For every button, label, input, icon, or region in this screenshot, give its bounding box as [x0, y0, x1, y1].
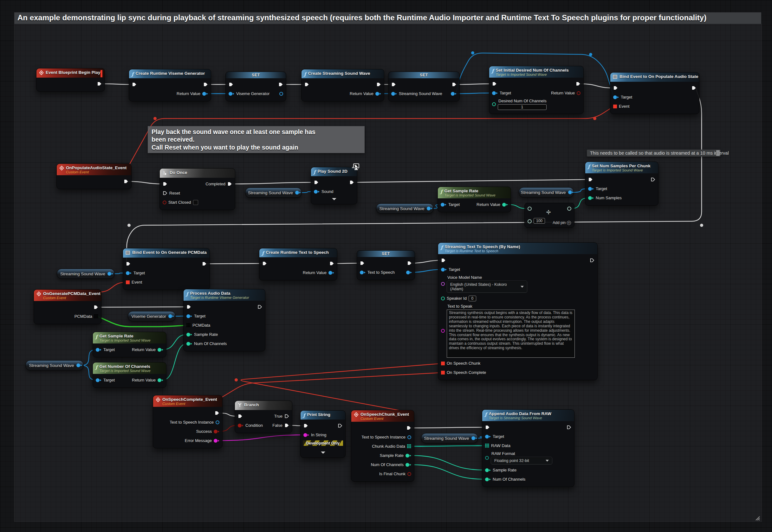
wire-o-19[interactable]	[456, 93, 493, 94]
pin-return-value[interactable]	[158, 378, 163, 382]
pin-text-to-speech[interactable]	[360, 271, 365, 274]
pin-out[interactable]	[168, 314, 174, 318]
expand-chevron-icon[interactable]	[321, 452, 325, 454]
node-header[interactable]: SET	[357, 251, 415, 257]
pin-e0in[interactable]	[304, 82, 309, 87]
pin-return-value[interactable]	[502, 203, 508, 207]
pin-out[interactable]	[295, 191, 301, 195]
node-get-number-of-channels[interactable]: ƒGet Number Of ChannelsTarget is Importe…	[93, 362, 166, 388]
pin-true[interactable]	[284, 414, 289, 419]
variable-pill-viseme-generator[interactable]: Viseme Generator	[128, 311, 176, 321]
pin-tooltip-icon[interactable]	[716, 150, 720, 153]
node-play-sound-2d[interactable]: ƒPlay Sound 2DSound	[311, 167, 357, 204]
pin-num-of-channels[interactable]	[186, 342, 192, 346]
pin-event[interactable]	[126, 280, 130, 284]
value-box[interactable]: 0	[469, 296, 476, 301]
node-streaming-text-to-speech-by-name[interactable]: ƒStreaming Text To Speech (By Name)Targe…	[438, 242, 598, 380]
node-header[interactable]: OnGeneratePCMData_EventCustom Event	[34, 290, 101, 301]
node-header[interactable]: OnPopulateAudioState_EventCustom Event	[57, 164, 131, 175]
blueprint-graph-canvas[interactable]: An example demonstrating lip sync during…	[0, 0, 772, 532]
dropdown[interactable]: English (United States) - Kokoro (Adam)	[447, 281, 527, 293]
node-header[interactable]: ƒGet Number Of ChannelsTarget is Importe…	[93, 362, 166, 374]
node-print-string[interactable]: ƒPrint StringIn StringDevelopment Only	[300, 410, 345, 458]
pin-on-speech-chunk[interactable]	[441, 362, 445, 365]
variable-pill-streaming-sound-wave[interactable]: Streaming Sound Wave	[57, 269, 115, 279]
pin-sample-rate[interactable]	[406, 454, 411, 458]
node-create-streaming-sound-wave[interactable]: ƒCreate Streaming Sound WaveReturn Value	[301, 69, 384, 101]
pin-return-value[interactable]	[577, 91, 581, 95]
pin-e0in[interactable]	[360, 261, 364, 266]
pin-e0in[interactable]	[303, 423, 308, 428]
node-header[interactable]: ƒPrint String	[300, 411, 345, 420]
node-bind-event-to-on-populate-audio-state[interactable]: Bind Event to On Populate Audio StateTar…	[610, 72, 699, 114]
node-branch[interactable]: BranchTrueConditionFalse	[235, 401, 292, 433]
variable-pill-streaming-sound-wave[interactable]: Streaming Sound Wave	[25, 360, 84, 370]
value-box[interactable]: 1	[498, 104, 547, 110]
node-set-initial-desired-num-of-channels[interactable]: ƒSet Initial Desired Num Of ChannelsTarg…	[489, 66, 584, 114]
pin-e0out[interactable]	[407, 426, 411, 430]
node-header[interactable]: ƒStreaming Text To Speech (By Name)Targe…	[438, 243, 597, 254]
pin-e0out[interactable]	[349, 180, 354, 185]
pin-target[interactable]	[186, 314, 192, 318]
pin-e0in[interactable]	[228, 82, 233, 87]
pin-text-to-speech-instance[interactable]	[215, 420, 219, 424]
node-bind-event-to-on-generate-pcmdata[interactable]: Bind Event to On Generate PCMDataTargetE…	[123, 248, 210, 290]
pin-txt[interactable]	[441, 329, 445, 333]
pin-vout[interactable]	[406, 271, 412, 274]
node-header[interactable]: Bind Event to On Populate Audio State	[610, 73, 699, 82]
wire-at-36[interactable]	[411, 446, 486, 446]
reroute-dot[interactable]	[127, 224, 131, 227]
pin-vout[interactable]	[451, 92, 457, 96]
pin-e0out[interactable]	[376, 82, 381, 87]
node-process-audio-data[interactable]: ƒProcess Audio DataTarget is Runtime Vis…	[183, 289, 265, 351]
wire-x-13[interactable]	[98, 307, 187, 307]
reroute-dot[interactable]	[471, 51, 474, 54]
pin-out[interactable]	[568, 190, 574, 194]
node-header[interactable]: ƒGet Sample RateTarget is Imported Sound…	[93, 332, 166, 343]
pin-streaming-sound-wave[interactable]	[391, 92, 397, 96]
wire-i-34[interactable]	[411, 456, 486, 470]
node-header[interactable]: ƒAppend Audio Data From RAWTarget is Str…	[482, 410, 574, 421]
wire-s-43[interactable]	[219, 435, 304, 441]
node-header[interactable]: OnSpeechChunk_EventCustom Event	[351, 410, 414, 422]
pin-viseme-generator[interactable]	[228, 92, 234, 96]
pin-e0in[interactable]	[262, 261, 267, 266]
pin-target[interactable]	[441, 203, 447, 207]
pin-fmt[interactable]	[485, 456, 489, 460]
pin-raw-data[interactable]	[485, 444, 489, 448]
pin-e0out[interactable]	[651, 177, 655, 182]
pin-sound[interactable]	[314, 190, 319, 194]
node-create-runtime-viseme-generator[interactable]: ƒCreate Runtime Viseme GeneratorReturn V…	[129, 69, 211, 101]
pin-e0out[interactable]	[202, 261, 207, 266]
node-header[interactable]: ƒCreate Streaming Sound Wave	[301, 69, 384, 78]
pin-result[interactable]	[567, 207, 571, 211]
pin-out[interactable]	[427, 207, 433, 210]
reroute-dot[interactable]	[593, 117, 596, 120]
pin-false[interactable]	[284, 423, 289, 428]
variable-pill-streaming-sound-wave[interactable]: Streaming Sound Wave	[519, 187, 574, 197]
node-header[interactable]: Branch	[235, 401, 292, 410]
pin-e0out[interactable]	[407, 261, 412, 266]
pin-completed[interactable]	[227, 182, 232, 186]
wire-o-26[interactable]	[411, 270, 442, 272]
node-set[interactable]: SETText to Speech	[357, 250, 415, 280]
pin-text-to-speech-instance[interactable]	[408, 435, 411, 439]
pin-return-value[interactable]	[202, 92, 208, 96]
pin-pcmdata[interactable]	[186, 323, 190, 327]
text-area[interactable]: Streaming synthesis output begins with a…	[447, 310, 575, 358]
pin-vout[interactable]	[279, 92, 283, 96]
node-create-runtime-text-to-speech[interactable]: ƒCreate Runtime Text to SpeechReturn Val…	[259, 248, 337, 280]
pin-speaker-id[interactable]	[441, 297, 445, 300]
pin-target[interactable]	[588, 187, 594, 191]
node-get-sample-rate[interactable]: ƒGet Sample RateTarget is Imported Sound…	[93, 332, 166, 357]
node-header[interactable]: 1Do Once	[160, 169, 235, 178]
pin-target[interactable]	[96, 348, 101, 352]
pin-start-closed[interactable]	[163, 201, 166, 204]
node-onspeechcomplete-event[interactable]: OnSpeechComplete_EventCustom EventText t…	[153, 395, 222, 448]
pin-pcmdata[interactable]	[94, 314, 98, 318]
pin-sample-rate[interactable]	[485, 468, 491, 472]
pin-e0out[interactable]	[590, 258, 595, 263]
node-[interactable]: 100÷Add pin+	[524, 203, 575, 228]
wire-x-0[interactable]	[101, 84, 132, 85]
variable-pill-streaming-sound-wave[interactable]: Streaming Sound Wave	[421, 433, 478, 443]
